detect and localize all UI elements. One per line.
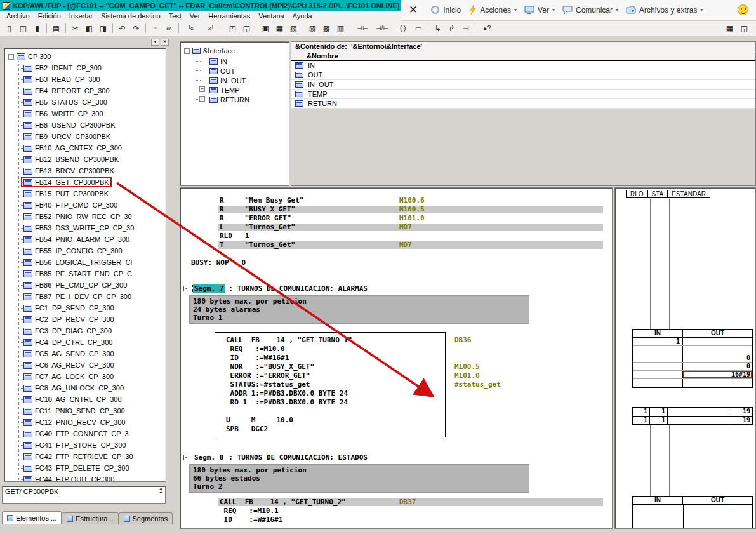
tree-item[interactable]: FC4 DP_CTRL CP_300 [16, 337, 166, 348]
code-line[interactable]: R "Mem_Busy_Get" M100.6 [180, 196, 612, 205]
tree-item[interactable]: FB54 PNIO_ALARM CP_300 [16, 234, 166, 245]
tree-item[interactable]: FC2 DP_RECV CP_300 [16, 314, 166, 325]
code-line[interactable]: RLD 1 [180, 232, 612, 241]
code-line[interactable]: T "Turnos_Get" MD7 [180, 241, 612, 250]
tree-item[interactable]: FB52 PNIO_RW_REC CP_30 [16, 211, 166, 222]
inicio-button[interactable]: Inicio [430, 5, 461, 15]
tree-item[interactable]: FC8 AG_UNLOCK CP_300 [16, 382, 166, 394]
close-all-networks-button[interactable]: ▧ [287, 22, 300, 35]
menu-item[interactable]: Herramientas [204, 11, 254, 20]
tab-segmentos[interactable]: Segmentos [119, 512, 173, 524]
tree-item[interactable]: FB53 DS3_WRITE_CP CP_30 [16, 222, 166, 234]
tree-item[interactable]: FC40 FTP_CONNECT CP_3 [16, 428, 166, 439]
tree-item[interactable]: FB5 STATUS CP_300 [16, 97, 166, 108]
contents-row[interactable]: OUT [291, 70, 755, 80]
tree-item[interactable]: FC11 PNIO_SEND CP_300 [16, 405, 166, 417]
tree-item[interactable]: FB4 REPORT CP_300 [16, 85, 166, 97]
call-block-get-turno-1[interactable]: CALL FB 14 , "GET_TURNO_1" DB36 REQ :=M1… [180, 336, 612, 434]
tree-item[interactable]: FB9 URCV CP300PBK [16, 131, 166, 142]
segment-8-header[interactable]: Segm. 8 : TURNOS DE COMUNICACION: ESTADO… [180, 452, 612, 462]
tab-estructura[interactable]: Estructura... [62, 512, 118, 524]
open-button[interactable]: ◫ [17, 22, 30, 35]
ver-button[interactable]: Ver ▾ [524, 6, 555, 15]
code-line[interactable]: U M 10.0 [180, 416, 612, 425]
code-line[interactable]: R "BUSY_X_GET" M100.5 [180, 205, 612, 214]
close-icon[interactable]: ✕ [409, 4, 418, 15]
symbol-information-button[interactable]: ▩ [320, 22, 333, 35]
code-line[interactable]: SPB DGC2 [180, 425, 612, 434]
contents-row[interactable]: RETURN [291, 99, 755, 109]
tree-item[interactable]: FB3 READ CP_300 [16, 74, 166, 85]
code-line[interactable]: REQ :=M10.1 [180, 507, 612, 516]
dock-menu-button[interactable] [151, 39, 159, 46]
col-estandar[interactable]: ESTANDAR [668, 190, 710, 198]
expand-icon[interactable] [199, 86, 205, 92]
save-button[interactable]: ▮ [30, 22, 44, 35]
interface-tree-item[interactable]: OUT [193, 66, 288, 76]
menu-item[interactable]: Edición [34, 11, 65, 20]
tree-item[interactable]: FC12 PNIO_RECV CP_300 [16, 417, 166, 428]
tree-item[interactable]: FC42 FTP_RETRIEVE CP_30 [16, 451, 166, 462]
collapse-icon[interactable] [8, 54, 14, 60]
next-error-button[interactable]: »! [201, 22, 220, 35]
menu-item[interactable]: Ver [186, 11, 204, 20]
paste-button[interactable]: ◨ [96, 22, 110, 35]
interface-tree-item[interactable]: IN [193, 57, 288, 66]
empty-box-button[interactable]: ▭ [412, 22, 425, 35]
code-line[interactable]: REQ :=M10.0 [180, 345, 612, 354]
cut-button[interactable]: ✂ [69, 22, 82, 35]
archivos-button[interactable]: Archivos y extras ▾ [626, 6, 703, 15]
view-overview-button[interactable]: ◱ [240, 22, 253, 35]
contact-nc-button[interactable]: ⊣/⊢ [373, 22, 392, 35]
interface-root[interactable]: &Interface [184, 45, 288, 57]
menu-item[interactable]: Archivo [3, 11, 34, 20]
call-structure-button[interactable]: ≡ [149, 22, 162, 35]
tree-item[interactable]: FC3 DP_DIAG CP_300 [16, 325, 166, 337]
code-line[interactable]: BUSY: NOP 0 [180, 258, 612, 267]
tree-item[interactable]: FB14 GET CP300PBK [16, 177, 166, 188]
tree-item[interactable]: FB15 PUT CP300PBK [16, 188, 166, 199]
tree-item[interactable]: FB87 PE_I_DEV_CP CP_300 [16, 291, 166, 302]
code-line[interactable]: CALL FB 14 , "GET_TURNO_1" DB36 [180, 336, 612, 345]
undo-button[interactable]: ↶ [116, 22, 129, 35]
code-line[interactable]: NDR :="BUSY_X_GET" M100.5 [180, 363, 612, 371]
col-rlo[interactable]: RLO [626, 190, 648, 198]
code-line[interactable]: RD_1 :=P#DB3.DBX0.0 BYTE 24 [180, 398, 612, 407]
expand-box-icon[interactable]: ↥ [159, 487, 164, 494]
code-line[interactable]: ADDR_1:=P#DB3.DBX0.0 BYTE 24 [180, 389, 612, 398]
menu-item[interactable]: Insertar [65, 11, 96, 20]
tree-item[interactable]: FB2 IDENT CP_300 [16, 62, 166, 74]
view-lad-button[interactable]: ◰ [226, 22, 239, 35]
interface-tree-item[interactable]: TEMP [193, 85, 288, 95]
code-line[interactable]: R "ERROR_GET" M101.0 [180, 214, 612, 223]
segment-7-header[interactable]: Segm. 7 : TURNOS DE COMUNICACION: ALARMA… [180, 283, 612, 293]
stl-code-area[interactable]: R "Mem_Busy_Get" M100.6 R "BUSY_X_GET" M… [180, 187, 613, 529]
monitor-button[interactable]: ∞ [162, 22, 176, 35]
close-branch-button[interactable]: ↱ [445, 22, 458, 35]
tree-item[interactable]: FC7 AG_LOCK CP_300 [16, 371, 166, 382]
tree-item[interactable]: FC44 FTP QUIT CP 300 [16, 474, 166, 482]
code-line[interactable]: ID :=W#16#1 [180, 354, 612, 363]
menu-item[interactable]: Ventana [255, 11, 288, 20]
tree-item[interactable]: FC41 FTP_STORE CP_300 [16, 439, 166, 451]
tree-item[interactable]: FB86 PE_CMD_CP CP_300 [16, 279, 166, 291]
menu-item[interactable]: Sistema de destino [97, 11, 164, 20]
tree-item[interactable]: FC5 AG_SEND CP_300 [16, 348, 166, 359]
tree-item[interactable]: FB8 USEND CP300PBK [16, 119, 166, 131]
panel-grid-button[interactable]: ▦ [723, 22, 736, 35]
smiley-icon[interactable] [738, 4, 748, 15]
open-branch-button[interactable]: ↳ [431, 22, 444, 35]
tree-item[interactable]: FC10 AG_CNTRL CP_300 [16, 394, 166, 405]
tree-item[interactable]: FB10 AG_CNTEX CP_300 [16, 142, 166, 154]
code-line[interactable]: ID :=W#16#1 [180, 516, 612, 524]
contact-no-button[interactable]: ⊣⊢ [353, 22, 372, 35]
tree-item[interactable]: FB12 BSEND CP300PBK [16, 154, 166, 165]
copy-button[interactable]: ◧ [83, 22, 96, 35]
expand-icon[interactable] [199, 96, 205, 102]
prev-error-button[interactable]: !« [182, 22, 201, 35]
code-line[interactable]: STATUS:=#status_get #status_get [180, 380, 612, 389]
tab-elementos[interactable]: Elementos ... [2, 511, 62, 524]
interface-tree-item[interactable]: RETURN [193, 95, 288, 104]
code-line[interactable]: ERROR :="ERROR_GET" M101.0 [180, 371, 612, 380]
tree-item[interactable]: FB40 FTP_CMD CP_300 [16, 199, 166, 211]
